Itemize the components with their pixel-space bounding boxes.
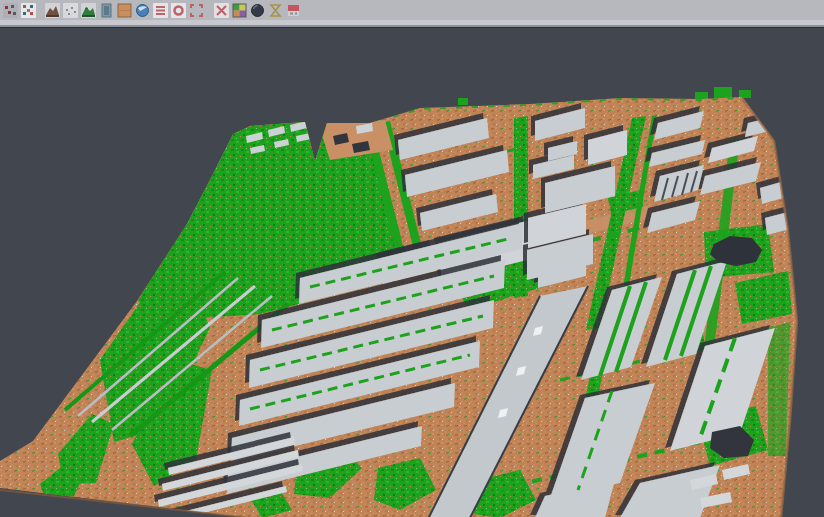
app-window [0,0,824,517]
sparse-points-icon[interactable] [63,3,78,18]
terrain-green-icon[interactable] [81,3,96,18]
viewport-3d[interactable] [0,27,824,517]
measure-icon[interactable] [268,3,283,18]
orthophoto-icon[interactable] [117,3,132,18]
zoom-extents-icon[interactable] [189,3,204,18]
sphere-view-icon[interactable] [250,3,265,18]
point-cloud-icon[interactable] [3,3,18,18]
select-circle-icon[interactable] [171,3,186,18]
classified-points-icon[interactable] [21,3,36,18]
profile-panel-icon[interactable] [99,3,114,18]
point-cloud-render [0,28,824,517]
toolbar [0,0,824,27]
classification-palette-icon[interactable] [232,3,247,18]
layer-list-icon[interactable] [153,3,168,18]
delete-selection-icon[interactable] [214,3,229,18]
flag-marker-icon[interactable] [286,3,301,18]
terrain-brown-icon[interactable] [45,3,60,18]
globe-icon[interactable] [135,3,150,18]
